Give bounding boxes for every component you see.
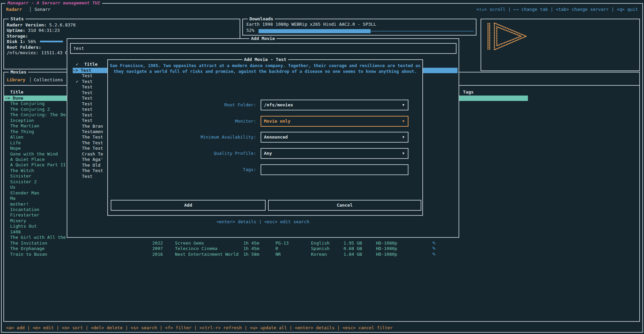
quality-profile-select[interactable]: Any▼ <box>261 148 408 159</box>
movie-studio: Telecinco Cinema <box>175 246 217 251</box>
stats-line: Radarr Version: 5.2.6.8376 <box>7 22 76 28</box>
dropdown-arrow-icon: ▼ <box>402 103 404 107</box>
result-title: Test <box>82 84 92 90</box>
movie-title: Gone with the Wind <box>10 151 58 157</box>
monitored-icon: ✎ <box>432 252 436 257</box>
movie-title: Inception <box>10 118 34 123</box>
library-movie-row[interactable]: The Invitation2022Screen Gems1h 45mPG-13… <box>4 241 639 246</box>
movie-year: 2007 <box>152 246 163 251</box>
add-button-label: Add <box>184 203 192 208</box>
movie-studio: Screen Gems <box>175 241 204 246</box>
movie-title: A Quiet Place Part II <box>10 162 66 168</box>
result-title: The Bran <box>82 124 103 129</box>
stats-label: Uptime: <box>7 28 25 33</box>
movie-title: -> Dune <box>5 96 23 101</box>
downloads-panel-title: Downloads <box>248 16 275 22</box>
movie-language: Spanish <box>311 246 330 251</box>
minimum-availability-select-label: Minimum Availability: <box>108 134 256 140</box>
minimum-availability-select-value: Announced <box>264 134 288 140</box>
tab-sonarr[interactable]: Sonarr <box>35 7 50 12</box>
monitor-select[interactable]: Movie only▼ <box>261 116 408 127</box>
movie-title: Alien <box>10 134 23 140</box>
stats-label: /nfs/movies: <box>7 50 39 55</box>
movie-title: Firestarter <box>10 212 39 218</box>
minimum-availability-select[interactable]: Announced▼ <box>261 132 408 143</box>
movie-quality: HD-1080p <box>376 252 397 257</box>
movie-title: Incantation <box>10 207 39 212</box>
result-title: The Test <box>82 140 103 146</box>
result-title: The Aga' <box>82 157 103 162</box>
stats-line: Storage: <box>7 34 28 39</box>
movie-size: 1.84 GB <box>343 252 362 257</box>
result-title: The Old <box>82 163 101 168</box>
result-title: Testamen <box>82 129 103 134</box>
dropdown-arrow-icon: ▼ <box>402 151 404 156</box>
cancel-button[interactable]: Cancel <box>268 200 421 211</box>
library-movie-row[interactable]: The Orphanage2007Telecinco Cinema1h 45mR… <box>4 246 639 252</box>
movie-size: 1.95 GB <box>343 241 362 246</box>
movie-title: Life <box>10 140 21 146</box>
quality-profile-select-label: Quality Profile: <box>108 151 256 156</box>
stats-line: Disk 1: 56% <box>7 39 36 44</box>
result-title: Test <box>82 112 92 118</box>
logo-panel <box>481 19 640 71</box>
monitor-select-label: Monitor: <box>108 119 256 124</box>
in-library-check-icon: ✓ <box>76 79 79 84</box>
monitor-select-value: Movie only <box>264 118 290 124</box>
dropdown-arrow-icon: ▼ <box>402 119 404 124</box>
app-title: Managarr - A Servarr management TUI <box>5 0 102 6</box>
result-title: Test <box>82 79 92 84</box>
stats-value: 31d 04:31:23 <box>25 28 60 33</box>
disk-usage-gauge <box>40 41 63 42</box>
top-keybindings: <↑↓> scroll | ←→ change tab | <tab> chan… <box>476 7 638 12</box>
download-progress-fill <box>259 29 371 33</box>
tab-radarr[interactable]: Radarr <box>6 7 22 12</box>
movie-title: The Thing <box>10 129 34 134</box>
managarr-logo <box>486 22 529 51</box>
movie-title: The Orphanage <box>10 246 45 251</box>
movie-title: Misery <box>10 218 26 224</box>
cancel-button-label: Cancel <box>337 203 353 208</box>
root-folder-select[interactable]: /nfs/movies▼ <box>261 100 408 110</box>
stats-value: 56% <box>25 39 36 44</box>
movie-quality: HD-1080p <box>376 241 397 246</box>
movie-language: English <box>311 241 330 246</box>
movie-title: Us <box>10 185 16 190</box>
stats-label: Storage: <box>7 34 28 39</box>
library-movie-row[interactable]: Train to Busan2016Next Entertainment Wor… <box>4 252 639 257</box>
stats-line: Uptime: 31d 04:31:23 <box>7 28 60 33</box>
result-title: The Test <box>82 146 103 151</box>
movie-studio: Next Entertainment World <box>175 252 239 257</box>
movie-year: 2016 <box>152 252 163 257</box>
movie-certification: R <box>275 246 278 251</box>
result-title: The Test <box>82 168 103 173</box>
movie-certification: PG-13 <box>275 241 289 246</box>
movie-title: Sinister <box>10 173 31 179</box>
stats-value: 11511.43 GB <box>39 50 70 55</box>
result-title: Test <box>82 73 92 79</box>
movie-language: Korean <box>311 252 327 257</box>
result-title: Test <box>82 101 92 107</box>
movie-title: Lights Out <box>10 224 37 229</box>
bottom-keybindings: <a> add | <e> edit | <o> sort | <del> de… <box>6 325 393 331</box>
monitored-icon: ✎ <box>432 246 436 251</box>
stats-line: Root Folders: <box>7 45 41 50</box>
quality-profile-select-value: Any <box>264 150 272 156</box>
stats-label: Root Folders: <box>7 45 41 50</box>
movie-title: The Conjuring: The De <box>10 112 66 118</box>
result-title: Test <box>82 174 92 179</box>
stats-line: /nfs/movies: 11511.43 GB <box>7 50 70 56</box>
tags-input[interactable] <box>261 164 408 175</box>
movie-title: The Martian <box>10 123 39 129</box>
movie-title: The Girl with All the <box>10 235 66 240</box>
movie-title: Slender Man <box>10 190 39 196</box>
movie-title: The Invitation <box>10 241 47 246</box>
result-title: The Test <box>82 134 103 140</box>
movie-title: mother! <box>10 202 29 207</box>
modal-fields: Root Folder:/nfs/movies▼Monitor:Movie on… <box>108 60 422 215</box>
add-button[interactable]: Add <box>111 200 266 211</box>
download-item-name: Earth 1998 1080p WEBRip x265 Hindi AAC2.… <box>246 22 376 27</box>
movie-title: Sinister 2 <box>10 179 37 185</box>
movie-title: Nope <box>10 146 21 151</box>
movie-certification: NR <box>275 252 281 257</box>
